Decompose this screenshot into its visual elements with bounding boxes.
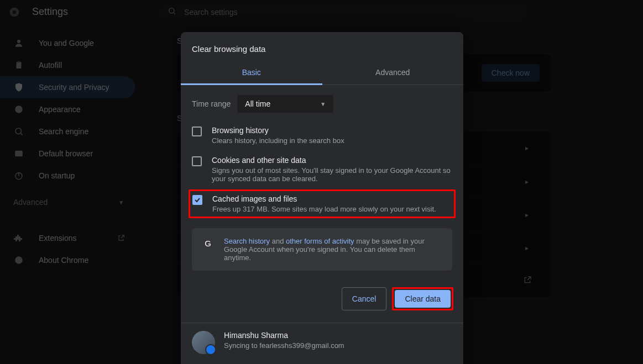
power-icon	[13, 170, 24, 181]
divider	[0, 222, 138, 223]
advanced-label: Advanced	[13, 198, 48, 207]
svg-point-13	[15, 256, 23, 264]
sidebar-label: On startup	[39, 171, 75, 180]
dialog-tabs: Basic Advanced	[181, 61, 463, 85]
sidebar-label: Security and Privacy	[39, 83, 109, 92]
clear-data-highlight: Clear data	[392, 287, 453, 310]
option-description: Signs you out of most sites. You'll stay…	[212, 166, 452, 183]
svg-point-8	[15, 128, 22, 134]
dialog-title: Clear browsing data	[181, 32, 463, 61]
header: Settings Search settings	[0, 0, 643, 24]
time-range-label: Time range	[192, 99, 231, 108]
search-icon	[168, 7, 176, 17]
sidebar-item-on-startup[interactable]: On startup	[0, 165, 138, 187]
app-title: Settings	[32, 6, 68, 18]
profile-name: Himanshu Sharma	[224, 331, 344, 340]
sidebar-label: About Chrome	[39, 256, 88, 265]
svg-rect-5	[17, 62, 22, 68]
option-cached-images-files[interactable]: Cached images and files Frees up 317 MB.…	[189, 189, 456, 218]
sidebar-item-about-chrome[interactable]: About Chrome	[0, 249, 138, 271]
tab-advanced[interactable]: Advanced	[322, 61, 464, 85]
search-history-info-box: G Search history and other forms of acti…	[192, 228, 452, 271]
sidebar-item-autofill[interactable]: Autofill	[0, 54, 138, 76]
open-external-icon	[523, 276, 532, 286]
browser-icon	[13, 148, 24, 159]
chevron-right-icon: ▸	[525, 178, 529, 186]
sidebar-item-extensions[interactable]: Extensions	[0, 227, 138, 249]
svg-point-1	[13, 10, 17, 14]
puzzle-icon	[13, 233, 24, 244]
person-icon	[13, 38, 24, 49]
sidebar-label: Search engine	[39, 127, 88, 136]
chevron-down-icon: ▼	[320, 101, 326, 107]
sidebar-advanced-toggle[interactable]: Advanced ▼	[0, 187, 138, 218]
chevron-right-icon: ▸	[525, 244, 529, 252]
svg-point-7	[15, 105, 23, 113]
open-external-icon	[117, 234, 125, 242]
option-description: Clears history, including in the search …	[212, 136, 344, 145]
sidebar-label: Default browser	[39, 149, 93, 158]
other-activity-link[interactable]: other forms of activity	[286, 237, 354, 245]
option-title: Cached images and files	[212, 194, 436, 203]
search-settings-input[interactable]: Search settings	[159, 3, 529, 22]
sidebar: You and Google Autofill Security and Pri…	[0, 24, 138, 364]
sidebar-label: Autofill	[39, 61, 62, 70]
check-now-button[interactable]: Check now	[482, 64, 540, 82]
time-range-value: All time	[245, 99, 270, 108]
search-history-link[interactable]: Search history	[224, 237, 270, 245]
svg-point-2	[169, 8, 174, 13]
chevron-down-icon: ▼	[118, 199, 124, 205]
option-description: Frees up 317 MB. Some sites may load mor…	[212, 205, 436, 213]
palette-icon	[13, 104, 24, 115]
sidebar-item-you-and-google[interactable]: You and Google	[0, 32, 138, 54]
search-icon	[13, 126, 24, 137]
chrome-icon	[9, 7, 20, 18]
chevron-right-icon: ▸	[525, 144, 529, 152]
sidebar-item-default-browser[interactable]: Default browser	[0, 143, 138, 165]
sidebar-label: Extensions	[39, 234, 76, 242]
clear-data-button[interactable]: Clear data	[395, 290, 451, 308]
chevron-right-icon: ▸	[525, 211, 529, 219]
sidebar-item-appearance[interactable]: Appearance	[0, 98, 138, 120]
svg-line-9	[20, 133, 22, 135]
clipboard-icon	[13, 60, 24, 71]
cancel-button[interactable]: Cancel	[342, 287, 387, 310]
time-range-select[interactable]: All time ▼	[237, 95, 333, 113]
checkbox[interactable]	[192, 126, 202, 136]
google-icon: G	[202, 237, 214, 249]
sidebar-item-search-engine[interactable]: Search engine	[0, 120, 138, 143]
checkbox[interactable]	[192, 156, 202, 166]
option-title: Browsing history	[212, 126, 344, 135]
avatar	[192, 331, 215, 354]
shield-icon	[13, 82, 24, 93]
svg-line-3	[174, 13, 175, 14]
sidebar-label: Appearance	[39, 105, 81, 114]
option-browsing-history[interactable]: Browsing history Clears history, includi…	[192, 120, 452, 150]
profile-row: Himanshu Sharma Syncing to fearlesshs399…	[181, 323, 463, 362]
option-title: Cookies and other site data	[212, 156, 452, 165]
svg-point-4	[17, 40, 20, 43]
svg-rect-10	[15, 151, 23, 157]
option-cookies[interactable]: Cookies and other site data Signs you ou…	[192, 150, 452, 188]
tab-basic[interactable]: Basic	[181, 61, 322, 85]
svg-rect-6	[18, 61, 20, 63]
clear-browsing-data-dialog: Clear browsing data Basic Advanced Time …	[181, 32, 463, 364]
chrome-icon	[13, 255, 24, 266]
search-placeholder: Search settings	[184, 8, 238, 17]
profile-sync-status: Syncing to fearlesshs399@gmail.com	[224, 341, 344, 350]
sidebar-item-security-privacy[interactable]: Security and Privacy	[0, 76, 135, 98]
checkbox[interactable]	[192, 195, 202, 205]
sidebar-label: You and Google	[39, 39, 94, 48]
